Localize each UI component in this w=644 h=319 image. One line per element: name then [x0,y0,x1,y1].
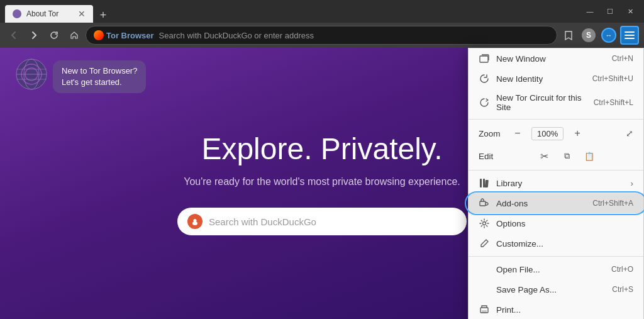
zoom-out-button[interactable]: − [509,125,526,142]
tab-area: About Tor ✕ + [5,0,576,23]
tooltip-line1: New to Tor Browser? [62,65,137,77]
maximize-button[interactable]: ☐ [601,5,619,18]
hamburger-menu-button[interactable] [620,26,639,45]
address-bar[interactable]: Tor Browser Search with DuckDuckGo or en… [86,26,557,45]
zoom-in-button[interactable]: + [569,125,586,142]
home-button[interactable] [65,26,83,44]
toolbar: Tor Browser Search with DuckDuckGo or en… [0,23,644,48]
print-label: Print... [496,305,521,315]
menu-item-addons[interactable]: Add-ons Ctrl+Shift+A [469,193,643,213]
tooltip-line2: Let's get started. [62,77,137,88]
menu-item-new-tor-circuit[interactable]: New Tor Circuit for this Site Ctrl+Shift… [469,89,643,116]
options-icon [479,218,490,229]
main-subtitle: You're ready for the world's most privat… [184,176,460,187]
edit-icons: ✂ ⧉ 📋 [534,147,599,165]
forward-button[interactable] [25,26,43,44]
library-label: Library [496,179,522,188]
tooltip-bubble: New to Tor Browser? Let's get started. [53,60,146,93]
menu-item-library[interactable]: Library › [469,173,643,193]
print-icon [479,304,490,315]
svg-rect-0 [625,31,635,33]
addons-icon [479,198,490,209]
open-file-icon [479,264,490,275]
tor-logo-icon [94,30,104,40]
security-level-button[interactable]: S [580,26,597,44]
tor-browser-label: Tor Browser [106,31,154,40]
hamburger-dropdown-menu: New Window Ctrl+N New Identity Ctrl+Shif… [468,48,644,319]
save-page-shortcut: Ctrl+S [612,285,633,294]
addons-shortcut: Ctrl+Shift+A [592,199,633,208]
open-file-shortcut: Ctrl+O [611,265,633,274]
library-arrow-icon: › [631,179,634,188]
zoom-label: Zoom [479,129,504,138]
svg-rect-14 [480,179,482,187]
copy-button[interactable]: ⧉ [557,147,577,165]
title-bar: About Tor ✕ + — ☐ ✕ [0,0,644,23]
close-button[interactable]: ✕ [621,5,639,18]
tor-circuit-label: New Tor Circuit for this Site [496,93,587,112]
svg-rect-20 [482,310,487,313]
svg-rect-16 [485,180,489,187]
tor-circuit-shortcut: Ctrl+Shift+L [594,98,633,107]
svg-rect-15 [483,179,485,187]
svg-rect-1 [625,35,635,36]
customize-label: Customize... [496,239,543,249]
bookmark-button[interactable] [560,26,577,44]
svg-point-12 [192,221,197,225]
svg-rect-2 [625,38,635,39]
tab-close-button[interactable]: ✕ [78,9,86,18]
back-button[interactable] [5,26,23,44]
menu-item-customize[interactable]: Customize... [469,233,643,254]
new-window-icon [479,53,490,64]
zoom-fullscreen-button[interactable]: ⤢ [626,128,633,138]
edit-label: Edit [479,152,504,161]
addons-label: Add-ons [496,199,528,208]
window-controls: — ☐ ✕ [581,5,639,18]
ddg-logo-icon [187,214,203,229]
zoom-value-display: 100% [531,127,564,140]
tab-favicon [13,9,21,18]
options-label: Options [496,219,526,228]
zoom-control: Zoom − 100% + ⤢ [469,122,643,145]
edit-control: Edit ✂ ⧉ 📋 [469,145,643,167]
divider-3 [469,256,643,257]
library-icon [479,177,490,189]
menu-item-new-window[interactable]: New Window Ctrl+N [469,48,643,69]
new-identity-shortcut: Ctrl+Shift+U [592,74,633,83]
divider-2 [469,170,643,171]
new-window-label: New Window [496,54,546,64]
menu-item-options[interactable]: Options [469,213,643,233]
open-file-label: Open File... [496,265,540,274]
svg-rect-17 [480,201,486,206]
reload-button[interactable] [45,26,63,44]
ddg-search-box[interactable]: Search with DuckDuckGo [177,208,467,235]
address-placeholder: Search with DuckDuckGo or enter address [159,31,549,40]
active-tab[interactable]: About Tor ✕ [5,5,93,23]
minimize-button[interactable]: — [581,5,599,18]
new-identity-icon [479,73,490,84]
svg-point-18 [483,222,486,225]
menu-item-save-page[interactable]: Save Page As... Ctrl+S [469,279,643,299]
new-window-shortcut: Ctrl+N [612,54,633,63]
svg-rect-13 [480,56,488,62]
new-identity-label: New Identity [496,74,543,84]
toolbar-icons: S ↔ [560,26,639,45]
tor-globe-icon [15,58,48,91]
menu-item-open-file[interactable]: Open File... Ctrl+O [469,259,643,279]
cut-button[interactable]: ✂ [534,147,554,165]
menu-item-print[interactable]: Print... [469,299,643,319]
menu-item-new-identity[interactable]: New Identity Ctrl+Shift+U [469,69,643,89]
save-page-icon [479,284,490,295]
paste-button[interactable]: 📋 [579,147,599,165]
tab-title: About Tor [26,9,73,18]
divider-1 [469,119,643,120]
save-page-label: Save Page As... [496,285,557,294]
tor-circuit-icon [479,97,490,108]
new-tab-button[interactable]: + [96,8,111,23]
sync-button[interactable]: ↔ [600,26,618,44]
search-input-placeholder: Search with DuckDuckGo [209,216,316,227]
customize-icon [479,238,490,249]
main-headline: Explore. Privately. [201,132,442,166]
